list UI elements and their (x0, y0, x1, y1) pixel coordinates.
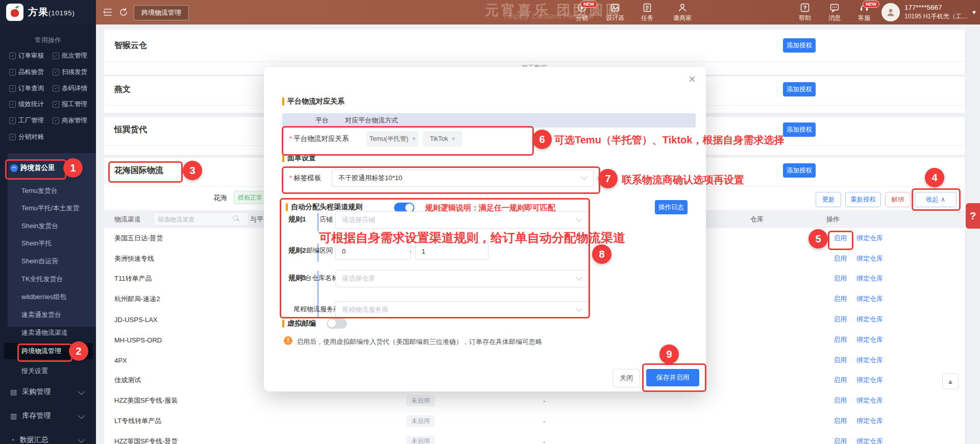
enable-link[interactable]: 启用 (834, 356, 847, 365)
sidebar-item-跨境物流管理[interactable]: 跨境物流管理 (21, 347, 61, 356)
bind-warehouse-link[interactable]: 绑定仓库 (856, 356, 883, 365)
sidebar-item-Shein自运营[interactable]: Shein自运营 (21, 257, 58, 266)
add-auth-button[interactable]: 添加授权 (783, 163, 816, 178)
quick-op-条码详情[interactable]: ✓条码详情 (53, 84, 87, 93)
avatar[interactable] (881, 3, 900, 21)
enable-link[interactable]: 启用 (834, 254, 847, 263)
check-icon: ✓ (53, 53, 59, 59)
warehouse-select[interactable]: 请选择仓库 (335, 270, 589, 287)
nav-item-客服[interactable]: 客服NEW (850, 3, 878, 22)
sidebar-item-速卖通物流渠道[interactable]: 速卖通物流渠道 (21, 328, 68, 337)
operation-log-label: 操作日志 (658, 203, 684, 212)
sidebar-item-报关设置[interactable]: 报关设置 (21, 366, 48, 376)
add-auth-label: 添加授权 (787, 85, 812, 94)
back-to-top-button[interactable]: ▲ (942, 373, 959, 389)
help-tab[interactable]: ? (966, 203, 980, 229)
refresh-icon[interactable] (118, 7, 129, 18)
person-icon (668, 3, 697, 13)
quick-op-扫描发货[interactable]: ✓扫描发货 (53, 68, 87, 77)
sidebar-group-库存管理[interactable]: ▥库存管理 (0, 407, 96, 425)
account-button-重新授权[interactable]: 重新授权 (845, 192, 881, 207)
nav-item-帮助[interactable]: ?帮助 (791, 3, 819, 22)
last-mile-select[interactable]: 尾程物流服务商 (335, 301, 589, 318)
user-menu-caret-icon[interactable]: ▼ (971, 9, 977, 15)
enable-link[interactable]: 启用 (834, 396, 847, 405)
bind-warehouse-link[interactable]: 绑定仓库 (856, 376, 883, 385)
add-auth-button[interactable]: 添加授权 (783, 38, 816, 53)
enable-link[interactable]: 启用 (834, 294, 847, 304)
save-and-enable-button[interactable]: 保存并启用 (646, 369, 699, 386)
sidebar-item-Temu半托/本土发货[interactable]: Temu半托/本土发货 (21, 204, 79, 213)
sidebar-item-Shein半托[interactable]: Shein半托 (21, 239, 52, 248)
status-badge: 未启用 (406, 436, 435, 444)
add-auth-label: 添加授权 (787, 126, 812, 134)
account-button-收起[interactable]: 收起 ∧ (915, 192, 957, 207)
tab-cross-border-logistics[interactable]: 跨境物流管理 (134, 5, 189, 20)
sidebar-item-Shein发货台[interactable]: Shein发货台 (21, 221, 58, 231)
bind-warehouse-link[interactable]: 绑定仓库 (856, 416, 883, 426)
quick-op-工厂管理[interactable]: ✓工厂管理 (9, 116, 44, 125)
bind-warehouse-link[interactable]: 绑定仓库 (856, 315, 883, 324)
quick-op-商家管理[interactable]: ✓商家管理 (53, 116, 87, 125)
enable-link[interactable]: 启用 (834, 315, 847, 324)
sidebar-item-速卖通发货台[interactable]: 速卖通发货台 (21, 310, 61, 319)
collapse-sidebar-icon[interactable] (102, 7, 113, 18)
bind-warehouse-link[interactable]: 绑定仓库 (856, 396, 883, 405)
check-icon: ✓ (53, 85, 59, 92)
tag-remove-icon[interactable]: × (412, 135, 415, 142)
nav-item-消息[interactable]: 消息 (820, 3, 849, 22)
bind-warehouse-link[interactable]: 绑定仓库 (856, 294, 883, 304)
sidebar-item-TK全托发货台[interactable]: TK全托发货台 (21, 275, 63, 284)
account-button-label: 解绑 (892, 195, 904, 204)
enable-link[interactable]: 启用 (834, 335, 847, 344)
virtual-zip-toggle[interactable] (327, 318, 347, 329)
sidebar-item-wildberries组包[interactable]: wildberries组包 (21, 292, 66, 302)
sidebar-item-Temu发货台[interactable]: Temu发货台 (21, 186, 58, 195)
nav-item-任务[interactable]: 任务 (633, 3, 662, 22)
tag-temu[interactable]: Temu(半托管)× (366, 131, 419, 146)
nav-item-label: 消息 (820, 14, 849, 22)
quick-op-批次管理[interactable]: ✓批次管理 (53, 52, 87, 60)
operation-log-button[interactable]: 操作日志 (655, 200, 688, 214)
nav-item-设计器[interactable]: 设计器 (601, 3, 629, 22)
account-button-更新[interactable]: 更新 (816, 192, 841, 207)
modal-close-icon[interactable]: × (689, 72, 696, 86)
bind-warehouse-link[interactable]: 绑定仓库 (856, 234, 883, 243)
section3-title: 自动分配头程渠道规则 (291, 203, 362, 212)
tag-remove-icon[interactable]: × (452, 135, 455, 142)
sidebar-group-采购管理[interactable]: ▤采购管理 (0, 383, 96, 401)
quick-op-品检验货[interactable]: ✓品检验货 (9, 68, 44, 77)
account-button-解绑[interactable]: 解绑 (885, 192, 911, 207)
quick-op-报工管理[interactable]: ✓报工管理 (53, 100, 87, 109)
add-auth-button[interactable]: 添加授权 (783, 122, 816, 137)
quick-op-label: 报工管理 (62, 100, 87, 109)
shop-select[interactable]: 请选择店铺 (335, 211, 589, 229)
label-template-select[interactable]: 不干胶通用标签10*10 (332, 169, 594, 187)
modal-close-button[interactable]: 关闭 (612, 369, 640, 387)
enable-link[interactable]: 启用 (834, 416, 847, 426)
nav-item-分销[interactable]: ¥分销NEW (568, 3, 596, 22)
check-icon: ✓ (9, 117, 16, 124)
user-info[interactable]: 177****5667 10195 H1手机壳（工厂演... (904, 3, 970, 20)
enable-link[interactable]: 启用 (834, 274, 847, 283)
add-auth-button[interactable]: 添加授权 (783, 82, 816, 96)
bind-warehouse-link[interactable]: 绑定仓库 (856, 254, 883, 263)
enable-link[interactable]: 启用 (834, 437, 847, 444)
sidebar-group-数据汇总[interactable]: ◔数据汇总 (0, 431, 96, 444)
nav-item-label: 帮助 (791, 14, 819, 22)
tag-tiktok[interactable]: TikTok× (423, 131, 462, 146)
quick-op-分销对账[interactable]: ✓分销对账 (9, 133, 44, 141)
quick-op-订单审核[interactable]: ✓订单审核 (9, 52, 44, 60)
quick-op-绩效统计[interactable]: ✓绩效统计 (9, 100, 44, 109)
bind-warehouse-link[interactable]: 绑定仓库 (856, 335, 883, 344)
channel-name: HZZ美国SF专线-服装 (114, 396, 178, 405)
quick-op-label: 绩效统计 (18, 100, 44, 109)
bind-warehouse-link[interactable]: 绑定仓库 (856, 274, 883, 283)
nav-item-邀商家[interactable]: 邀商家 (668, 3, 697, 22)
bind-warehouse-link[interactable]: 绑定仓库 (856, 437, 883, 444)
quick-op-订单查询[interactable]: ✓订单查询 (9, 84, 44, 93)
enable-link[interactable]: 启用 (834, 376, 847, 385)
sidebar-group-first-mile[interactable]: 跨境首公里 (20, 163, 55, 172)
enable-link[interactable]: 启用 (834, 234, 847, 243)
rule2-field-label: 邮编区间 (306, 246, 333, 255)
